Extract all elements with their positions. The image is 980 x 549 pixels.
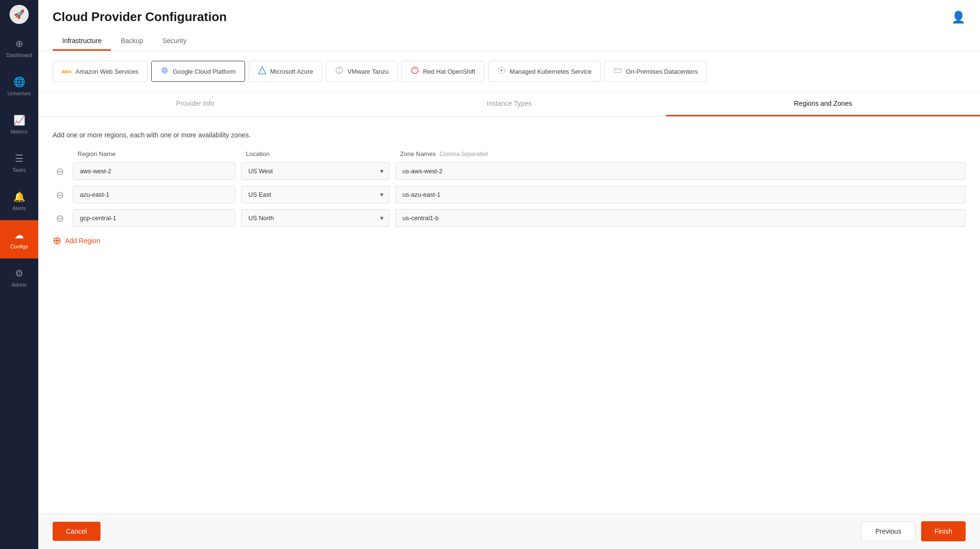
provider-tab-azure-label: Microsoft Azure	[270, 68, 313, 75]
sidebar-item-label: Tasks	[12, 167, 26, 173]
sidebar-item-configs[interactable]: ☁ Configs	[0, 220, 38, 258]
sidebar-item-admin[interactable]: ⚙ Admin	[0, 258, 38, 297]
header-spacer	[57, 150, 72, 157]
tab-security[interactable]: Security	[153, 32, 196, 51]
footer: Cancel Previous Finish	[38, 513, 980, 549]
provider-tab-aws[interactable]: aws Amazon Web Services	[53, 61, 147, 82]
location-1-wrapper: US West US East US North US Central US S…	[241, 162, 390, 180]
k8s-icon	[497, 66, 506, 77]
sidebar-item-label: Admin	[11, 282, 26, 288]
sidebar-item-dashboard[interactable]: ⊕ Dashboard	[0, 29, 38, 67]
zone-hint: Comma Separated	[439, 151, 488, 157]
openshift-icon	[411, 66, 419, 77]
previous-button[interactable]: Previous	[861, 521, 915, 541]
sidebar: 🚀 ⊕ Dashboard 🌐 Universes 📈 Metrics ☰ Ta…	[0, 0, 38, 549]
regions-table-header: Region Name Location Zone Names Comma Se…	[53, 150, 966, 157]
gcp-icon	[160, 66, 169, 77]
sidebar-item-label: Universes	[8, 90, 31, 96]
sidebar-item-label: Metrics	[11, 129, 27, 134]
sidebar-item-metrics[interactable]: 📈 Metrics	[0, 105, 38, 144]
provider-tab-k8s-label: Managed Kubernetes Service	[510, 68, 591, 75]
svg-point-4	[412, 67, 418, 74]
cancel-button[interactable]: Cancel	[53, 522, 100, 541]
region-name-1-input[interactable]	[73, 162, 235, 180]
provider-tabs: aws Amazon Web Services Google Cloud Pla…	[38, 51, 980, 92]
provider-tab-gcp[interactable]: Google Cloud Platform	[151, 61, 245, 82]
azure-icon	[258, 66, 267, 77]
provider-tab-openshift-label: Red Hat OpenShift	[423, 68, 475, 75]
location-3-select[interactable]: US West US East US North US Central US S…	[241, 209, 390, 227]
main-content: Cloud Provider Configuration 👤 Infrastru…	[38, 0, 980, 549]
regions-table: Region Name Location Zone Names Comma Se…	[53, 150, 966, 249]
add-region-label: Add Region	[65, 237, 100, 245]
aws-icon: aws	[62, 68, 72, 74]
provider-tab-onprem[interactable]: On-Premises Datacenters	[604, 61, 707, 82]
tab-infrastructure[interactable]: Infrastructure	[53, 32, 111, 51]
sub-tab-regions-zones[interactable]: Regions and Zones	[666, 92, 980, 116]
location-1-select[interactable]: US West US East US North US Central US S…	[241, 162, 390, 180]
svg-marker-1	[258, 67, 266, 74]
region-name-3-input[interactable]	[73, 209, 235, 227]
provider-tab-k8s[interactable]: Managed Kubernetes Service	[488, 61, 601, 82]
provider-tab-onprem-label: On-Premises Datacenters	[626, 68, 698, 75]
logo-icon: 🚀	[10, 5, 29, 24]
header: Cloud Provider Configuration 👤 Infrastru…	[38, 0, 980, 51]
finish-button[interactable]: Finish	[921, 521, 966, 541]
configs-icon: ☁	[14, 229, 24, 241]
table-row: ⊖ US West US East US North US Central US…	[53, 186, 966, 203]
regions-description: Add one or more regions, each with one o…	[53, 131, 966, 139]
table-row: ⊖ US West US East US North US Central US…	[53, 162, 966, 180]
header-top: Cloud Provider Configuration 👤	[53, 10, 966, 24]
sidebar-item-universes[interactable]: 🌐 Universes	[0, 67, 38, 105]
sidebar-item-label: Configs	[10, 244, 28, 249]
col-header-location: Location	[246, 150, 394, 157]
location-3-wrapper: US West US East US North US Central US S…	[241, 209, 390, 227]
sub-tab-provider-info[interactable]: Provider Info	[38, 92, 352, 116]
alerts-icon: 🔔	[13, 191, 25, 202]
dashboard-icon: ⊕	[15, 38, 23, 49]
sidebar-item-alerts[interactable]: 🔔 Alerts	[0, 182, 38, 220]
provider-tab-openshift[interactable]: Red Hat OpenShift	[401, 61, 484, 82]
admin-icon: ⚙	[15, 268, 23, 279]
zone-names-2-input[interactable]	[395, 186, 966, 203]
logo[interactable]: 🚀	[0, 0, 38, 29]
sub-tabs: Provider Info Instance Types Regions and…	[38, 92, 980, 117]
zone-names-1-input[interactable]	[395, 162, 966, 180]
page-title: Cloud Provider Configuration	[53, 10, 227, 24]
sidebar-item-label: Dashboard	[6, 52, 32, 58]
content-area: aws Amazon Web Services Google Cloud Pla…	[38, 51, 980, 513]
region-name-2-input[interactable]	[73, 186, 235, 203]
tasks-icon: ☰	[15, 153, 23, 164]
add-region-button[interactable]: ⊕ Add Region	[53, 233, 100, 249]
metrics-icon: 📈	[13, 114, 25, 126]
svg-rect-7	[615, 68, 622, 73]
remove-region-3-button[interactable]: ⊖	[53, 213, 67, 224]
remove-region-1-button[interactable]: ⊖	[53, 166, 67, 177]
provider-tab-gcp-label: Google Cloud Platform	[173, 68, 236, 75]
onprem-icon	[613, 66, 622, 77]
provider-tab-aws-label: Amazon Web Services	[76, 68, 138, 75]
sidebar-item-tasks[interactable]: ☰ Tasks	[0, 144, 38, 182]
tab-backup[interactable]: Backup	[111, 32, 153, 51]
regions-area: Add one or more regions, each with one o…	[38, 117, 980, 513]
col-header-zone-names: Zone Names Comma Separated	[400, 150, 966, 157]
sub-tab-instance-types[interactable]: Instance Types	[352, 92, 666, 116]
location-2-select[interactable]: US West US East US North US Central US S…	[241, 186, 390, 203]
location-2-wrapper: US West US East US North US Central US S…	[241, 186, 390, 203]
sidebar-item-label: Alerts	[12, 205, 26, 211]
table-row: ⊖ US West US East US North US Central US…	[53, 209, 966, 227]
footer-right: Previous Finish	[861, 521, 966, 541]
vmware-icon	[335, 66, 344, 77]
universes-icon: 🌐	[13, 76, 25, 88]
remove-region-2-button[interactable]: ⊖	[53, 189, 67, 201]
user-avatar-icon[interactable]: 👤	[951, 11, 966, 24]
main-tabs: Infrastructure Backup Security	[53, 32, 966, 51]
provider-tab-vmware[interactable]: VMware Tanzu	[326, 61, 398, 82]
provider-tab-azure[interactable]: Microsoft Azure	[249, 61, 323, 82]
add-region-icon: ⊕	[53, 235, 61, 247]
provider-tab-vmware-label: VMware Tanzu	[347, 68, 389, 75]
col-header-region-name: Region Name	[78, 150, 240, 157]
svg-point-6	[501, 69, 503, 72]
zone-names-3-input[interactable]	[395, 209, 966, 227]
